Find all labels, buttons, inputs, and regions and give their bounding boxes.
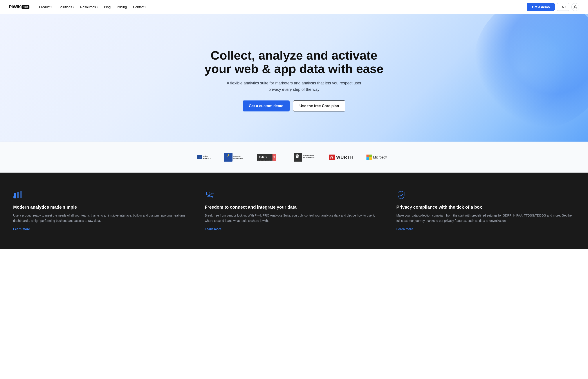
microsoft-logo-svg: Microsoft [367, 153, 391, 162]
svg-rect-28 [369, 158, 372, 160]
puzzle-icon [205, 190, 215, 200]
european-commission-logo-svg: European Commission [224, 153, 244, 162]
feature-privacy: Privacy compliance with the tick of a bo… [396, 190, 575, 231]
svg-text:DKMS: DKMS [258, 155, 266, 159]
feature-analytics-title: Modern analytics made simple [13, 204, 192, 210]
svg-text:Commission: Commission [233, 158, 243, 159]
logo[interactable]: PIWIK PRO [9, 4, 29, 9]
feature-integration-title: Freedom to connect and integrate your da… [205, 204, 383, 210]
feature-privacy-desc: Make your data collection compliant from… [396, 213, 575, 223]
svg-text:European: European [233, 156, 240, 157]
nav-item-pricing[interactable]: Pricing [114, 3, 130, 11]
svg-text:Government of: Government of [303, 155, 314, 156]
nav-item-product[interactable]: Product ▾ [36, 3, 55, 11]
dkms-logo-svg: DKMS ✚ WE DELETE BLOOD CANCER [257, 153, 281, 162]
hero-bg-blob [474, 14, 588, 128]
svg-text:Microsoft: Microsoft [373, 156, 387, 159]
svg-text:WÜRTH: WÜRTH [336, 155, 353, 160]
svg-rect-30 [14, 193, 16, 198]
hero-heading: Collect, analyze and activate your web &… [205, 48, 383, 76]
svg-rect-25 [367, 155, 369, 157]
logo-dkms: DKMS ✚ WE DELETE BLOOD CANCER [257, 153, 281, 162]
shield-check-icon [396, 190, 406, 200]
svg-text:✚: ✚ [273, 156, 275, 159]
netherlands-logo-svg: ♛ Government of the Netherlands [294, 152, 316, 162]
nav-right: Get a demo EN ▾ [527, 3, 579, 11]
logo-european-commission: European Commission [224, 153, 244, 162]
svg-text:AGRICOLE: AGRICOLE [203, 158, 211, 159]
feature-privacy-link[interactable]: Learn more [396, 227, 413, 231]
svg-text:CA: CA [198, 157, 201, 159]
get-custom-demo-button[interactable]: Get a custom demo [243, 100, 290, 111]
chevron-down-icon: ▾ [145, 6, 146, 8]
svg-rect-27 [367, 158, 369, 160]
logo-government-netherlands: ♛ Government of the Netherlands [294, 152, 316, 162]
nav-item-contact[interactable]: Contact ▾ [131, 3, 149, 11]
get-demo-button[interactable]: Get a demo [527, 3, 555, 11]
chevron-down-icon: ▾ [73, 6, 74, 8]
feature-analytics-link[interactable]: Learn more [13, 227, 30, 231]
nav-item-solutions[interactable]: Solutions ▾ [56, 3, 77, 11]
hero-bg-blob2 [478, 25, 566, 113]
svg-point-0 [575, 5, 576, 7]
svg-text:the Netherlands: the Netherlands [303, 157, 314, 158]
hero-section: Collect, analyze and activate your web &… [0, 14, 588, 142]
svg-rect-34 [14, 199, 16, 199]
language-selector[interactable]: EN ▾ [557, 3, 569, 11]
feature-integration-desc: Break free from vendor lock-in. With Piw… [205, 213, 383, 223]
logo-pro-badge: PRO [22, 5, 29, 9]
feature-integration-link[interactable]: Learn more [205, 227, 221, 231]
logo-wurth: W WÜRTH [329, 153, 353, 162]
svg-rect-26 [369, 155, 372, 157]
svg-text:CRÉDIT: CRÉDIT [203, 155, 208, 157]
svg-text:♛: ♛ [295, 154, 299, 159]
svg-text:W: W [330, 155, 333, 159]
user-icon [573, 5, 577, 9]
use-free-core-plan-button[interactable]: Use the free Core plan [293, 100, 345, 111]
nav-links: Product ▾ Solutions ▾ Resources ▾ Blog P… [36, 3, 525, 11]
user-account-button[interactable] [571, 3, 579, 11]
features-section: Modern analytics made simple Use a produ… [0, 173, 588, 249]
logo-microsoft: Microsoft [367, 153, 391, 162]
svg-rect-32 [20, 191, 22, 198]
feature-privacy-title: Privacy compliance with the tick of a bo… [396, 204, 575, 210]
nav-item-resources[interactable]: Resources ▾ [77, 3, 101, 11]
feature-analytics: Modern analytics made simple Use a produ… [13, 190, 192, 231]
chevron-down-icon: ▾ [565, 6, 566, 8]
logo-piwik-text: PIWIK [9, 4, 21, 9]
chevron-down-icon: ▾ [97, 6, 98, 8]
nav-item-blog[interactable]: Blog [102, 3, 113, 11]
hero-actions: Get a custom demo Use the free Core plan [243, 100, 345, 111]
partner-logos-section: CA CRÉDIT AGRICOLE European Commission D… [0, 142, 588, 173]
feature-analytics-desc: Use a product ready to meet the needs of… [13, 213, 192, 223]
analytics-icon [13, 190, 23, 200]
credit-agricole-logo-svg: CA CRÉDIT AGRICOLE [197, 153, 211, 161]
navbar: PIWIK PRO Product ▾ Solutions ▾ Resource… [0, 0, 588, 14]
chevron-down-icon: ▾ [51, 6, 52, 8]
svg-text:WE DELETE BLOOD CANCER: WE DELETE BLOOD CANCER [258, 160, 273, 161]
hero-subtitle: A flexible analytics suite for marketers… [226, 80, 362, 93]
wurth-logo-svg: W WÜRTH [329, 153, 353, 162]
logo-credit-agricole: CA CRÉDIT AGRICOLE [197, 153, 211, 161]
feature-integration: Freedom to connect and integrate your da… [205, 190, 383, 231]
svg-rect-31 [17, 192, 19, 198]
